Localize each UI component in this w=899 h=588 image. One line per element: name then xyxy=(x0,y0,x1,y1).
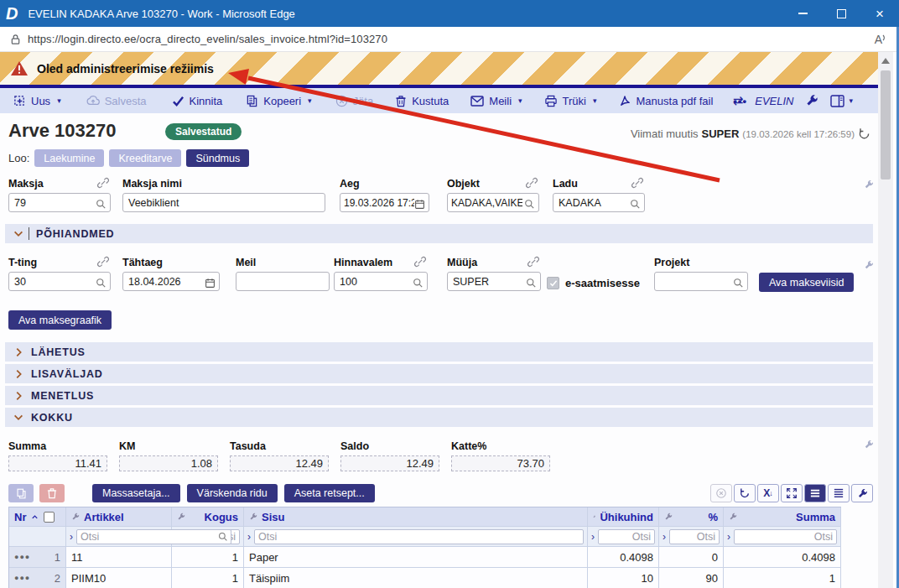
cell-kogus[interactable]: 1 xyxy=(172,547,244,568)
uhikuhind-filter-input[interactable] xyxy=(598,529,655,544)
maximize-button[interactable] xyxy=(822,0,860,27)
chevron-right-icon[interactable]: › xyxy=(70,531,73,543)
cell-artikkel[interactable]: 11 xyxy=(66,547,172,568)
varskenda-ridu-button[interactable]: Värskenda ridu xyxy=(187,484,278,502)
copy-button[interactable]: Kopeeri▾ xyxy=(246,95,311,107)
chevron-right-icon[interactable]: › xyxy=(247,531,251,543)
maksja-input[interactable] xyxy=(8,193,111,212)
row-menu-icon[interactable]: ●●● xyxy=(14,574,30,582)
link-icon[interactable] xyxy=(97,256,109,271)
cell-sisu[interactable]: Täispiim xyxy=(244,568,588,588)
chevron-right-icon[interactable]: › xyxy=(663,531,666,543)
undo-button[interactable] xyxy=(734,484,756,502)
col-header-nr[interactable]: Nr xyxy=(9,507,66,527)
search-icon[interactable] xyxy=(218,532,228,542)
chevron-down-icon[interactable]: ▾ xyxy=(57,96,61,105)
section-lahetus[interactable]: LÄHETUS xyxy=(5,342,873,362)
scroll-up-arrow-icon[interactable] xyxy=(881,58,890,64)
column-wrench-icon[interactable] xyxy=(249,513,257,521)
row-density-comfort-button[interactable] xyxy=(804,484,826,502)
column-wrench-icon[interactable] xyxy=(177,513,185,521)
row-menu-icon[interactable]: ●●● xyxy=(14,553,30,561)
chevron-down-icon[interactable]: ▾ xyxy=(593,96,597,105)
link-icon[interactable] xyxy=(631,177,643,192)
aseta-retsept-button[interactable]: Aseta retsept... xyxy=(284,484,375,502)
chevron-down-icon[interactable]: ▾ xyxy=(518,96,522,105)
col-header-uhikuhind[interactable]: Ühikuhind xyxy=(588,507,659,527)
select-all-checkbox[interactable] xyxy=(44,512,55,523)
chevron-down-icon[interactable]: ▾ xyxy=(308,96,312,105)
meil-input[interactable] xyxy=(236,272,330,291)
settings-wrench-icon[interactable] xyxy=(805,94,818,107)
read-aloud-icon[interactable]: A xyxy=(875,33,887,46)
section-pohiandmed[interactable]: PÕHIANDMED xyxy=(5,224,873,243)
print-button[interactable]: Trüki▾ xyxy=(544,95,597,107)
email-button[interactable]: Meili▾ xyxy=(470,95,522,107)
link-icon[interactable] xyxy=(97,177,109,192)
attach-pdf-button[interactable]: Manusta pdf fail xyxy=(619,95,714,107)
e-saatmisesse-checkbox[interactable] xyxy=(547,277,559,289)
excel-export-button[interactable]: X↓ xyxy=(757,484,779,502)
hinnavalem-input[interactable] xyxy=(334,272,428,291)
switch-user-icon[interactable]: ⇄ xyxy=(733,93,744,108)
link-icon[interactable] xyxy=(414,256,426,271)
row-settings-wrench-icon[interactable] xyxy=(864,260,874,270)
ava-maksegraafik-button[interactable]: Ava maksegraafik xyxy=(8,310,112,330)
cell-uhikuhind[interactable]: 0.4098 xyxy=(588,547,659,568)
artikkel-filter-input[interactable] xyxy=(76,529,231,544)
section-menetlus[interactable]: MENETLUS xyxy=(5,386,873,405)
history-icon[interactable] xyxy=(858,127,870,140)
cell-protsent[interactable]: 90 xyxy=(659,568,724,588)
delete-rows-button[interactable] xyxy=(39,484,65,502)
fullscreen-button[interactable] xyxy=(781,484,803,502)
objekt-input[interactable] xyxy=(447,193,539,212)
cell-kogus[interactable]: 1 xyxy=(172,568,244,588)
col-header-kogus[interactable]: Kogus xyxy=(172,507,244,527)
col-header-artikkel[interactable]: Artikkel xyxy=(66,507,172,527)
chevron-right-icon[interactable]: › xyxy=(727,531,730,543)
col-header-protsent[interactable]: % xyxy=(659,507,724,527)
chevron-down-icon[interactable]: ▾ xyxy=(849,96,853,105)
section-lisavaljad[interactable]: LISAVÄLJAD xyxy=(5,364,873,383)
ava-makseviisid-button[interactable]: Ava makseviisid xyxy=(759,273,854,292)
cell-summa[interactable]: 1 xyxy=(724,568,841,588)
column-wrench-icon[interactable] xyxy=(729,513,737,521)
column-wrench-icon[interactable] xyxy=(664,513,673,521)
row-settings-wrench-icon[interactable] xyxy=(864,440,874,450)
muuja-input[interactable] xyxy=(447,272,541,291)
current-user[interactable]: EVELIN xyxy=(755,95,793,107)
confirm-button[interactable]: Kinnita xyxy=(172,95,223,107)
col-header-summa[interactable]: Summa xyxy=(724,507,841,527)
cell-artikkel[interactable]: PIIM10 xyxy=(66,568,172,588)
section-kokku[interactable]: KOKKU xyxy=(5,408,873,427)
cell-uhikuhind[interactable]: 10 xyxy=(588,568,659,588)
row-handle-cell[interactable]: ●●●2 xyxy=(9,568,66,588)
link-icon[interactable] xyxy=(526,177,538,192)
copy-rows-button[interactable] xyxy=(8,484,34,502)
projekt-input[interactable] xyxy=(654,272,748,291)
cell-sisu[interactable]: Paper xyxy=(244,547,588,568)
sisu-filter-input[interactable] xyxy=(254,529,584,544)
ladu-input[interactable] xyxy=(553,193,645,212)
table-row[interactable]: ●●●1 11 1 Paper 0.4098 0 0.4098 xyxy=(9,547,841,568)
row-settings-wrench-icon[interactable] xyxy=(864,180,874,190)
maksja-nimi-input[interactable] xyxy=(122,193,325,212)
table-settings-wrench-button[interactable] xyxy=(851,484,873,502)
col-header-sisu[interactable]: Sisu xyxy=(244,507,588,527)
summa-filter-input[interactable] xyxy=(734,529,837,544)
new-button[interactable]: Uus▾ xyxy=(13,95,61,107)
column-wrench-icon[interactable] xyxy=(593,513,595,521)
address-bar[interactable]: https://login.directo.ee/ocra_directo_ev… xyxy=(0,27,899,52)
tting-input[interactable] xyxy=(8,272,111,291)
create-event-button[interactable]: Sündmus xyxy=(186,149,249,167)
scrollbar-thumb[interactable] xyxy=(881,70,891,180)
minimize-button[interactable] xyxy=(783,0,822,27)
protsent-filter-input[interactable] xyxy=(669,529,720,544)
side-panel-button[interactable]: ▾ xyxy=(830,95,853,107)
cell-summa[interactable]: 0.4098 xyxy=(724,547,841,568)
massasetaja-button[interactable]: Massasetaja... xyxy=(92,484,180,502)
vertical-scrollbar[interactable] xyxy=(878,52,893,588)
sort-asc-icon[interactable] xyxy=(30,513,39,522)
column-wrench-icon[interactable] xyxy=(71,513,80,521)
delete-button[interactable]: Kustuta xyxy=(395,95,449,107)
